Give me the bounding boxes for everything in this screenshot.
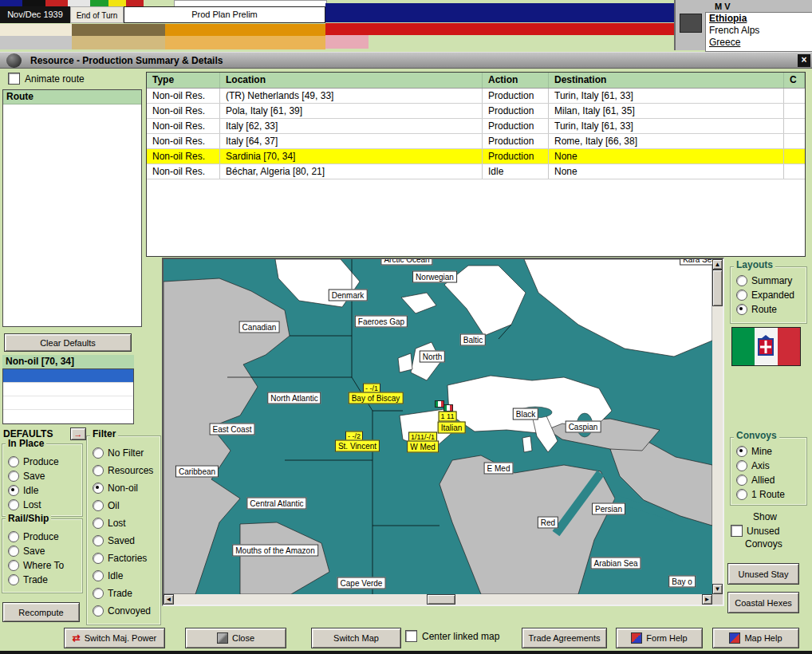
radio-button[interactable] (736, 460, 747, 471)
radio-button[interactable] (8, 531, 19, 542)
route-panel-header: Route (3, 90, 141, 104)
radio-option-oil[interactable]: Oil (89, 497, 159, 514)
map-vertical-scrollbar[interactable]: ▲ ▼ (712, 259, 723, 594)
switch-maj-power-button[interactable]: ⇄ Switch Maj. Power (64, 628, 165, 648)
radio-button[interactable] (93, 553, 104, 564)
radio-label: Produce (23, 531, 59, 542)
radio-button[interactable] (736, 446, 747, 457)
radio-option-idle[interactable]: Idle (89, 567, 159, 585)
selected-route-item[interactable] (3, 369, 133, 383)
radio-button[interactable] (8, 456, 19, 467)
route-list-row[interactable] (3, 383, 133, 396)
table-cell: Non-oil Res. (147, 89, 220, 103)
radio-option-saved[interactable]: Saved (89, 532, 159, 550)
table-row[interactable]: Non-oil Res.Italy [64, 37]ProductionRome… (147, 134, 805, 149)
radio-button[interactable] (8, 546, 19, 557)
vertical-scroll-thumb[interactable] (712, 270, 723, 306)
radio-option-trade[interactable]: Trade (89, 585, 159, 602)
route-list-row[interactable] (3, 410, 133, 424)
show-unused-checkbox[interactable] (731, 525, 743, 537)
radio-option-save[interactable]: Save (4, 544, 81, 558)
radio-option-1-route[interactable]: 1 Route (732, 487, 805, 502)
radio-label: Axis (751, 460, 770, 471)
radio-button[interactable] (8, 560, 19, 571)
horizontal-scroll-thumb[interactable] (427, 594, 455, 605)
country-item-ethiopia[interactable]: Ethiopia (706, 13, 812, 25)
radio-option-no-filter[interactable]: No Filter (89, 444, 159, 462)
radio-option-summary[interactable]: Summary (732, 274, 805, 288)
radio-button[interactable] (8, 485, 19, 496)
radio-button[interactable] (736, 489, 747, 500)
radio-option-convoyed[interactable]: Convoyed (89, 602, 159, 620)
radio-option-axis[interactable]: Axis (732, 459, 805, 473)
radio-button[interactable] (93, 588, 104, 599)
radio-button[interactable] (93, 500, 104, 511)
radio-button[interactable] (93, 605, 104, 617)
scroll-down-button[interactable]: ▼ (712, 584, 723, 594)
radio-option-produce[interactable]: Produce (4, 455, 81, 469)
radio-button[interactable] (93, 570, 104, 581)
country-item-french-alps[interactable]: French Alps (706, 25, 812, 37)
close-icon (217, 632, 228, 644)
radio-button[interactable] (736, 304, 747, 315)
radio-option-lost[interactable]: Lost (4, 498, 81, 512)
table-header-location[interactable]: Location (220, 73, 483, 88)
recompute-button[interactable]: Recompute (2, 602, 80, 622)
table-header-destination[interactable]: Destination (549, 73, 784, 88)
center-linked-checkbox[interactable] (405, 630, 417, 642)
map-horizontal-scrollbar[interactable]: ◄ ► (164, 594, 712, 605)
switch-map-button[interactable]: Switch Map (311, 628, 401, 648)
radio-option-lost[interactable]: Lost (89, 514, 159, 532)
scroll-left-button[interactable]: ◄ (164, 594, 174, 605)
table-row[interactable]: Non-oil Res.Béchar, Algeria [80, 21]Idle… (147, 164, 805, 179)
radio-button[interactable] (93, 535, 104, 546)
form-help-button[interactable]: Form Help (616, 628, 703, 648)
clear-defaults-button[interactable]: Clear Defaults (4, 333, 132, 352)
dialog-titlebar[interactable]: Resource - Production Summary & Details … (0, 52, 812, 69)
radio-button[interactable] (736, 290, 747, 301)
radio-button[interactable] (93, 518, 104, 529)
radio-button[interactable] (8, 499, 19, 510)
scroll-right-button[interactable]: ► (702, 594, 712, 605)
table-row[interactable]: Non-oil Res.Pola, Italy [61, 39]Producti… (147, 104, 805, 119)
radio-option-idle[interactable]: Idle (4, 483, 81, 498)
map-help-button[interactable]: Map Help (712, 628, 799, 648)
radio-option-where-to[interactable]: Where To (4, 558, 81, 573)
radio-option-produce[interactable]: Produce (4, 530, 81, 544)
radio-option-non-oil[interactable]: Non-oil (89, 479, 159, 497)
radio-button[interactable] (8, 574, 19, 585)
map-viewport[interactable]: Arctic OceanKara SeaNorwegianDenmarkFaer… (164, 259, 712, 594)
close-button[interactable]: Close (185, 628, 286, 648)
radio-button[interactable] (93, 483, 104, 494)
table-row[interactable]: Non-oil Res.Italy [62, 33]ProductionTuri… (147, 119, 805, 134)
defaults-arrow-button[interactable]: → (70, 427, 86, 440)
coastal-hexes-button[interactable]: Coastal Hexes (727, 592, 799, 613)
trade-agreements-button[interactable]: Trade Agreements (522, 628, 607, 648)
table-row[interactable]: Non-oil Res.Sardinia [70, 34]ProductionN… (147, 149, 805, 164)
radio-option-resources[interactable]: Resources (89, 462, 159, 479)
animate-route-checkbox[interactable] (8, 73, 20, 85)
titlebar-close-button[interactable]: × (798, 54, 810, 67)
table-header-type[interactable]: Type (147, 73, 220, 88)
route-list-row[interactable] (3, 396, 133, 410)
radio-option-expanded[interactable]: Expanded (732, 288, 805, 302)
radio-option-allied[interactable]: Allied (732, 473, 805, 487)
table-header-c[interactable]: C (784, 73, 805, 88)
table-header-action[interactable]: Action (483, 73, 549, 88)
unused-stay-button[interactable]: Unused Stay (727, 563, 799, 585)
radio-option-mine[interactable]: Mine (732, 444, 805, 459)
radio-option-route[interactable]: Route (732, 302, 805, 317)
table-row[interactable]: Non-oil Res.(TR) Netherlands [49, 33]Pro… (147, 89, 805, 104)
radio-button[interactable] (93, 465, 104, 476)
radio-option-factories[interactable]: Factories (89, 550, 159, 567)
country-item-greece[interactable]: Greece (706, 37, 812, 49)
route-listbox[interactable] (2, 368, 134, 424)
radio-option-trade[interactable]: Trade (4, 573, 81, 587)
radio-button[interactable] (8, 471, 19, 482)
radio-button[interactable] (93, 447, 104, 459)
scroll-up-button[interactable]: ▲ (712, 259, 723, 270)
radio-button[interactable] (736, 275, 747, 286)
radio-option-save[interactable]: Save (4, 469, 81, 483)
table-cell: Pola, Italy [61, 39] (220, 104, 483, 118)
radio-button[interactable] (736, 475, 747, 486)
